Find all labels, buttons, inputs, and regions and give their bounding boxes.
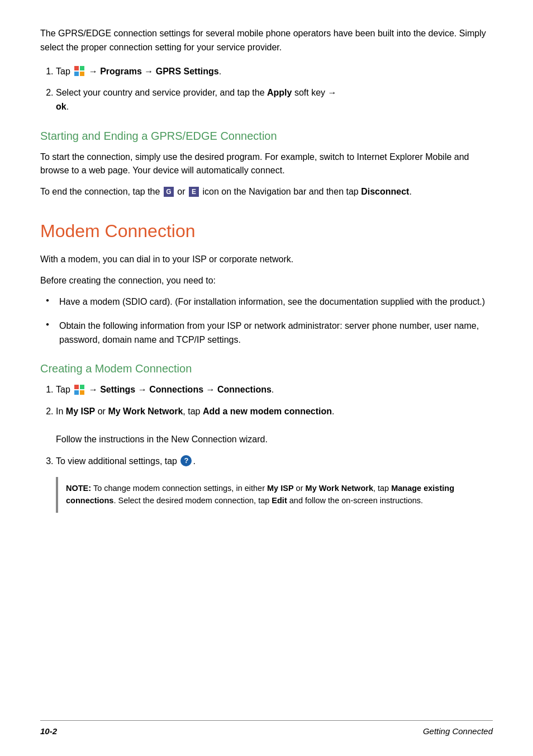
- svg-rect-3: [80, 72, 84, 76]
- note-label: NOTE:: [66, 484, 91, 493]
- end-connection-suffix: icon on the Navigation bar and then tap: [202, 187, 358, 196]
- modem-intro2: Before creating the connection, you need…: [40, 274, 493, 287]
- svg-rect-7: [80, 390, 84, 395]
- svg-rect-4: [74, 385, 79, 389]
- my-work-network-label: My Work Network: [108, 407, 183, 416]
- note-line4: and follow the on-screen instructions.: [289, 496, 423, 505]
- note-network: My Work Network: [306, 484, 373, 493]
- modem-step-3: To view additional settings, tap ?. NOTE…: [56, 455, 493, 513]
- note-box: NOTE: To change modem connection setting…: [56, 477, 493, 513]
- modem-step-1: Tap → Settings → Connections → Connectio…: [56, 383, 493, 397]
- question-icon: ?: [180, 455, 192, 466]
- modem-intro1: With a modem, you can dial in to your IS…: [40, 253, 493, 266]
- modem-bullet-2: Obtain the following information from yo…: [46, 319, 493, 347]
- step2-sub: Follow the instructions in the New Conne…: [56, 434, 268, 444]
- note-or: or: [296, 484, 303, 493]
- step2-in: In My ISP or My Work Network, tap Add a …: [56, 407, 335, 416]
- footer-chapter-title: Getting Connected: [423, 726, 493, 736]
- gprs-step-1: Tap → Programs → GPRS Settings.: [56, 65, 493, 79]
- end-connection-prefix: To end the connection, tap the: [40, 187, 160, 196]
- e-icon: E: [189, 187, 199, 197]
- modem-connection-heading: Modem Connection: [40, 221, 493, 242]
- svg-rect-2: [74, 72, 79, 76]
- svg-rect-0: [74, 66, 79, 70]
- modem-steps: Tap → Settings → Connections → Connectio…: [40, 383, 493, 512]
- modem-bullets: Have a modem (SDIO card). (For installat…: [40, 295, 493, 347]
- step2-prefix: Select your country and service provider…: [56, 88, 265, 97]
- disconnect-label: Disconnect: [361, 187, 409, 196]
- windows-icon-2: [74, 384, 85, 395]
- footer: 10-2 Getting Connected: [40, 720, 493, 736]
- my-isp-label: My ISP: [66, 407, 95, 416]
- edit-label: Edit: [272, 496, 287, 505]
- gprs-steps: Tap → Programs → GPRS Settings. Select y…: [40, 65, 493, 114]
- intro-text: The GPRS/EDGE connection settings for se…: [40, 29, 486, 52]
- page: The GPRS/EDGE connection settings for se…: [0, 0, 533, 756]
- svg-rect-1: [80, 66, 84, 70]
- intro-paragraph: The GPRS/EDGE connection settings for se…: [40, 27, 493, 55]
- creating-modem-heading: Creating a Modem Connection: [40, 362, 493, 375]
- step1-bold-path: → Programs → GPRS Settings.: [89, 67, 221, 76]
- step2-apply: Apply: [267, 88, 292, 97]
- svg-rect-6: [74, 390, 79, 395]
- note-line3: . Select the desired modem connection, t…: [113, 496, 269, 505]
- modem-bullet-1: Have a modem (SDIO card). (For installat…: [46, 295, 493, 309]
- add-modem-label: Add a new modem connection: [203, 407, 332, 416]
- svg-rect-5: [80, 385, 84, 389]
- footer-page-number: 10-2: [40, 726, 57, 736]
- modem-step1-prefix: Tap: [56, 385, 70, 394]
- gprs-step-2: Select your country and service provider…: [56, 86, 493, 114]
- step2-ok: ok: [56, 102, 66, 111]
- step2-softkey: soft key →: [294, 88, 337, 97]
- step2-period: .: [332, 407, 334, 416]
- step2-or: or: [98, 407, 106, 416]
- section-gprs-para2: To end the connection, tap the G or E ic…: [40, 185, 493, 199]
- modem-step-2: In My ISP or My Work Network, tap Add a …: [56, 405, 493, 446]
- note-text: To change modem connection settings, in …: [93, 484, 265, 493]
- step2-tap: , tap: [183, 407, 200, 416]
- note-isp: My ISP: [267, 484, 294, 493]
- step1-prefix: Tap: [56, 67, 70, 76]
- windows-icon: [74, 65, 85, 77]
- section-gprs-para1: To start the connection, simply use the …: [40, 150, 493, 177]
- or-text: or: [177, 187, 185, 196]
- section-gprs-heading: Starting and Ending a GPRS/EDGE Connecti…: [40, 130, 493, 143]
- step3-period: .: [193, 456, 195, 466]
- g-icon: G: [164, 187, 174, 197]
- step3-prefix: To view additional settings, tap: [56, 456, 177, 466]
